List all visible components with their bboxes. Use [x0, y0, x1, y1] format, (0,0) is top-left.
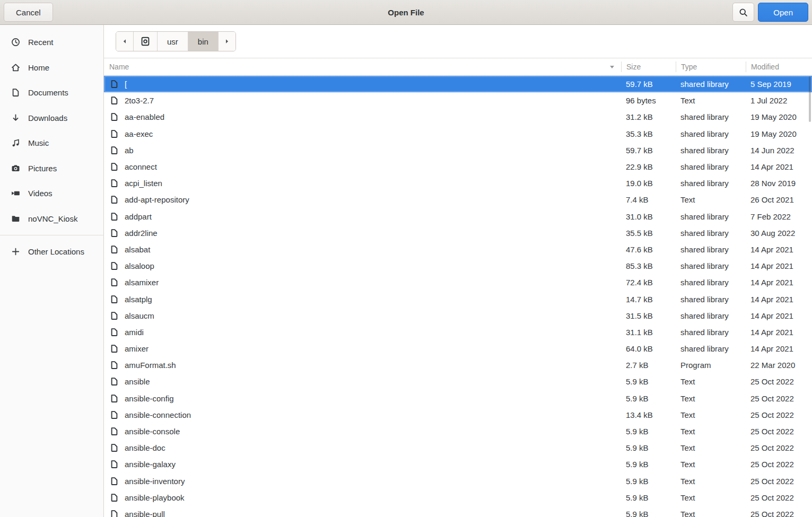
file-name: add-apt-repository	[125, 195, 189, 204]
file-modified: 14 Jun 2022	[746, 146, 812, 155]
file-row-amixer[interactable]: amixer64.0 kBshared library14 Apr 2021	[104, 340, 812, 357]
file-type: shared library	[676, 146, 746, 155]
open-button[interactable]: Open	[758, 3, 808, 22]
path-crumb-bin[interactable]: bin	[188, 32, 219, 51]
file-row-aa-exec[interactable]: aa-exec35.3 kBshared library19 May 2020	[104, 126, 812, 142]
cancel-button[interactable]: Cancel	[4, 3, 53, 22]
file-type: Text	[676, 510, 746, 517]
file-row--[interactable]: [59.7 kBshared library5 Sep 2019	[104, 76, 812, 92]
path-crumb-usr[interactable]: usr	[158, 32, 188, 51]
file-size: 31.0 kB	[621, 212, 676, 221]
file-modified: 14 Apr 2021	[746, 261, 812, 270]
file-name: ansible-doc	[125, 443, 165, 452]
file-modified: 25 Oct 2022	[746, 493, 812, 502]
column-header-size[interactable]: Size	[621, 62, 676, 72]
file-row-ansible-galaxy[interactable]: ansible-galaxy5.9 kBText25 Oct 2022	[104, 456, 812, 472]
file-size: 5.9 kB	[621, 394, 676, 403]
file-modified: 25 Oct 2022	[746, 410, 812, 419]
file-row-ansible-doc[interactable]: ansible-doc5.9 kBText25 Oct 2022	[104, 440, 812, 456]
sidebar-item-downloads[interactable]: Downloads	[0, 106, 103, 131]
file-list: [59.7 kBshared library5 Sep 20192to3-2.7…	[104, 76, 812, 517]
sidebar-item-other-locations[interactable]: Other Locations	[0, 239, 103, 265]
file-row-amuFormat-sh[interactable]: amuFormat.sh2.7 kBProgram22 Mar 2020	[104, 357, 812, 373]
column-header-type[interactable]: Type	[676, 62, 746, 72]
path-bar: usr bin	[116, 31, 236, 51]
file-type: shared library	[676, 261, 746, 270]
search-button[interactable]	[732, 3, 754, 22]
sidebar-item-pictures[interactable]: Pictures	[0, 156, 103, 181]
sidebar-item-label: Downloads	[28, 113, 67, 122]
file-type: Text	[676, 493, 746, 502]
file-row-addpart[interactable]: addpart31.0 kBshared library7 Feb 2022	[104, 208, 812, 225]
file-size: 64.0 kB	[621, 344, 676, 353]
file-row-amidi[interactable]: amidi31.1 kBshared library14 Apr 2021	[104, 324, 812, 340]
file-modified: 25 Oct 2022	[746, 477, 812, 486]
file-name: aa-enabled	[125, 112, 164, 121]
file-modified: 14 Apr 2021	[746, 295, 812, 304]
file-icon	[110, 146, 119, 155]
sidebar-item-videos[interactable]: Videos	[0, 181, 103, 206]
sidebar-item-home[interactable]: Home	[0, 55, 103, 81]
file-row-alsaloop[interactable]: alsaloop85.3 kBshared library14 Apr 2021	[104, 258, 812, 274]
file-type: shared library	[676, 229, 746, 238]
file-modified: 1 Jul 2022	[746, 96, 812, 105]
sidebar-item-music[interactable]: Music	[0, 130, 103, 156]
file-name: ansible-pull	[125, 510, 165, 517]
file-list-header: Name Size Type Modified	[104, 58, 812, 76]
file-name: amixer	[125, 344, 149, 353]
path-back-button[interactable]	[116, 32, 134, 51]
file-name: addr2line	[125, 229, 158, 238]
file-size: 5.9 kB	[621, 493, 676, 502]
file-row-ansible-inventory[interactable]: ansible-inventory5.9 kBText25 Oct 2022	[104, 473, 812, 489]
file-modified: 5 Sep 2019	[746, 80, 812, 89]
sidebar-item-label: Videos	[28, 189, 53, 198]
column-header-name[interactable]: Name	[104, 62, 621, 72]
file-row-acpi-listen[interactable]: acpi_listen19.0 kBshared library28 Nov 2…	[104, 175, 812, 191]
file-row-ansible-config[interactable]: ansible-config5.9 kBText25 Oct 2022	[104, 390, 812, 407]
file-modified: 7 Feb 2022	[746, 212, 812, 221]
file-row-alsamixer[interactable]: alsamixer72.4 kBshared library14 Apr 202…	[104, 274, 812, 291]
camera-icon	[11, 164, 20, 173]
file-icon	[110, 245, 119, 254]
file-size: 85.3 kB	[621, 261, 676, 270]
clock-icon	[11, 38, 20, 47]
file-name: 2to3-2.7	[125, 96, 154, 105]
file-row-ansible-connection[interactable]: ansible-connection13.4 kBText25 Oct 2022	[104, 407, 812, 423]
file-modified: 22 Mar 2020	[746, 361, 812, 370]
file-row-alsaucm[interactable]: alsaucm31.5 kBshared library14 Apr 2021	[104, 308, 812, 324]
file-type: shared library	[676, 112, 746, 121]
file-row-aa-enabled[interactable]: aa-enabled31.2 kBshared library19 May 20…	[104, 109, 812, 125]
vertical-scrollbar[interactable]	[809, 76, 811, 122]
file-modified: 25 Oct 2022	[746, 510, 812, 517]
file-row-addr2line[interactable]: addr2line35.5 kBshared library30 Aug 202…	[104, 225, 812, 241]
sidebar-item-recent[interactable]: Recent	[0, 30, 103, 55]
file-modified: 25 Oct 2022	[746, 394, 812, 403]
file-row-alsabat[interactable]: alsabat47.6 kBshared library14 Apr 2021	[104, 241, 812, 258]
path-root-button[interactable]	[134, 32, 158, 51]
file-row-ansible-console[interactable]: ansible-console5.9 kBText25 Oct 2022	[104, 423, 812, 440]
file-name: ansible-playbook	[125, 493, 185, 502]
column-header-modified[interactable]: Modified	[746, 62, 812, 72]
file-modified: 14 Apr 2021	[746, 162, 812, 171]
path-forward-button[interactable]	[219, 32, 235, 51]
file-row-aconnect[interactable]: aconnect22.9 kBshared library14 Apr 2021	[104, 159, 812, 175]
file-row-add-apt-repository[interactable]: add-apt-repository7.4 kBText26 Oct 2021	[104, 191, 812, 208]
file-icon	[110, 295, 119, 304]
file-icon	[110, 510, 119, 517]
file-size: 5.9 kB	[621, 477, 676, 486]
file-row-2to3-2-7[interactable]: 2to3-2.796 bytesText1 Jul 2022	[104, 92, 812, 109]
file-row-ansible-playbook[interactable]: ansible-playbook5.9 kBText25 Oct 2022	[104, 489, 812, 506]
file-row-ansible-pull[interactable]: ansible-pull5.9 kBText25 Oct 2022	[104, 506, 812, 517]
file-name: ansible-config	[125, 394, 174, 403]
file-row-ab[interactable]: ab59.7 kBshared library14 Jun 2022	[104, 142, 812, 159]
dialog-title: Open File	[0, 8, 812, 17]
file-row-alsatplg[interactable]: alsatplg14.7 kBshared library14 Apr 2021	[104, 291, 812, 307]
file-size: 5.9 kB	[621, 427, 676, 436]
sidebar-item-novnc-kiosk[interactable]: noVNC_Kiosk	[0, 206, 103, 232]
music-notes-icon	[11, 138, 20, 147]
file-icon	[110, 229, 119, 238]
sidebar-item-documents[interactable]: Documents	[0, 80, 103, 106]
file-icon	[110, 477, 119, 486]
file-row-ansible[interactable]: ansible5.9 kBText25 Oct 2022	[104, 373, 812, 390]
file-icon	[110, 96, 119, 105]
